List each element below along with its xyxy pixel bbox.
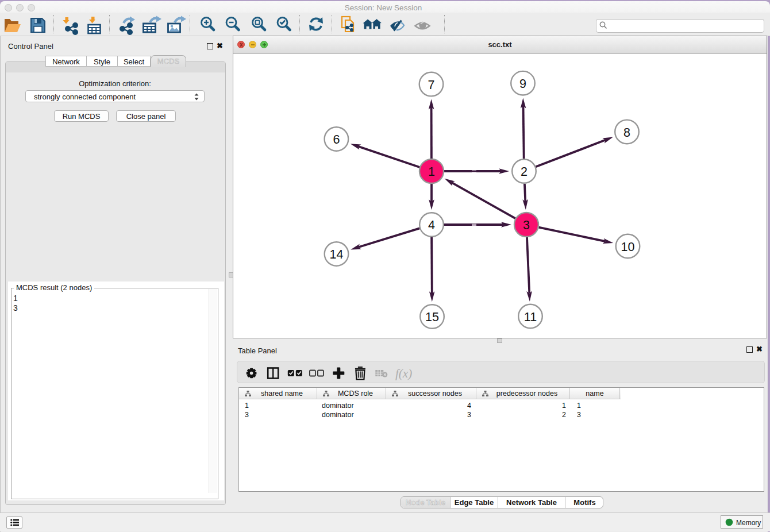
svg-text:3: 3 — [523, 218, 530, 232]
svg-text:9: 9 — [519, 77, 526, 91]
svg-text:15: 15 — [425, 310, 439, 324]
svg-text:4: 4 — [428, 218, 435, 232]
svg-text:11: 11 — [524, 310, 537, 324]
svg-text:8: 8 — [623, 126, 630, 140]
svg-text:6: 6 — [333, 133, 340, 147]
svg-text:14: 14 — [330, 248, 344, 261]
svg-text:1: 1 — [428, 165, 435, 179]
svg-text:2: 2 — [521, 165, 528, 179]
svg-text:7: 7 — [428, 78, 435, 92]
svg-text:10: 10 — [621, 240, 635, 254]
svg-text:f(x): f(x) — [395, 367, 412, 380]
